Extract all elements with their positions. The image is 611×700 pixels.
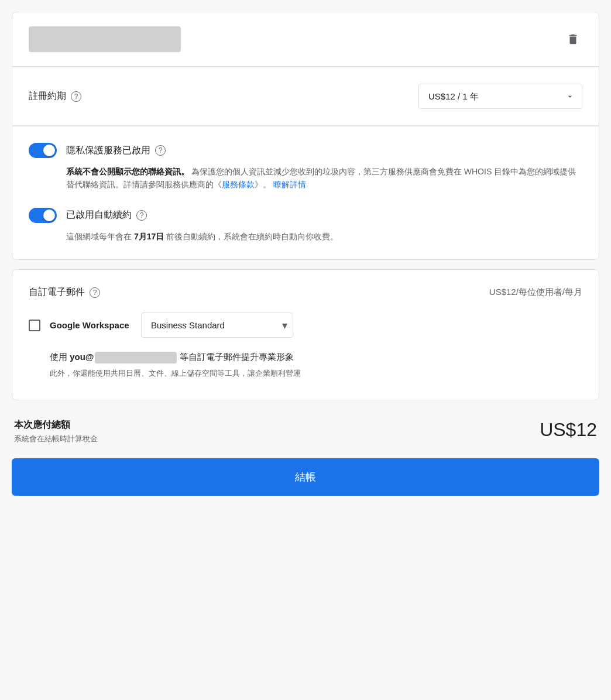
registration-title: 註冊約期 <box>29 90 66 102</box>
privacy-toggle-row: 隱私保護服務已啟用 ? <box>29 143 582 158</box>
email-price: US$12/每位使用者/每月 <box>489 287 582 298</box>
auto-renew-date: 7月17日 <box>134 232 164 241</box>
email-promo-main: 使用 you@ 等自訂電子郵件提升專業形象 <box>50 352 582 363</box>
auto-renew-help-icon[interactable]: ? <box>136 210 147 221</box>
workspace-plan-select[interactable]: Business Starter Business Standard Busin… <box>141 313 293 338</box>
email-option-row: Google Workspace Business Starter Busine… <box>29 313 582 338</box>
registration-label: 註冊約期 ? <box>29 90 81 102</box>
domain-placeholder <box>29 26 181 52</box>
privacy-slider <box>29 143 57 158</box>
email-title: 自訂電子郵件 ? <box>29 286 100 298</box>
workspace-label: Google Workspace <box>50 320 132 330</box>
privacy-terms-link[interactable]: 服務條款 <box>222 180 255 189</box>
total-sub-label: 系統會在結帳時計算稅金 <box>14 434 98 444</box>
email-promo-sub: 此外，你還能使用共用日曆、文件、線上儲存空間等工具，讓企業順利營運 <box>50 368 582 379</box>
privacy-description: 系統不會公開顯示您的聯絡資訊。 為保護您的個人資訊並減少您收到的垃圾內容，第三方… <box>66 165 582 191</box>
domain-card: 註冊約期 ? US$12 / 1 年 US$24 / 2 年 <box>12 12 599 260</box>
auto-renew-toggle[interactable] <box>29 208 57 223</box>
email-promo: 使用 you@ 等自訂電子郵件提升專業形象 此外，你還能使用共用日曆、文件、線上… <box>50 352 582 379</box>
privacy-help-icon[interactable]: ? <box>155 145 166 156</box>
privacy-strong: 系統不會公開顯示您的聯絡資訊。 <box>66 167 189 176</box>
auto-renew-description: 這個網域每年會在 7月17日 前後自動續約，系統會在續約時自動向你收費。 <box>66 230 582 243</box>
workspace-checkbox[interactable] <box>29 320 40 331</box>
delete-domain-button[interactable] <box>564 30 582 49</box>
total-label: 本次應付總額 <box>14 419 98 431</box>
registration-row: 註冊約期 ? US$12 / 1 年 US$24 / 2 年 <box>29 84 582 109</box>
workspace-select-wrapper: Business Starter Business Standard Busin… <box>141 313 293 338</box>
auto-renew-slider <box>29 208 57 223</box>
main-container: 註冊約期 ? US$12 / 1 年 US$24 / 2 年 <box>12 12 599 496</box>
custom-email-card: 自訂電子郵件 ? US$12/每位使用者/每月 Google Workspace… <box>12 269 599 400</box>
auto-renew-title: 已啟用自動續約 ? <box>66 209 147 221</box>
total-section: 本次應付總額 系統會在結帳時計算稅金 US$12 <box>12 414 599 458</box>
registration-section: 註冊約期 ? US$12 / 1 年 US$24 / 2 年 <box>12 67 599 125</box>
auto-renew-section: 已啟用自動續約 ? 這個網域每年會在 7月17日 前後自動續約，系統會在續約時自… <box>29 208 582 243</box>
total-label-group: 本次應付總額 系統會在結帳時計算稅金 <box>14 419 98 444</box>
privacy-learn-link[interactable]: 瞭解詳情 <box>273 180 306 189</box>
period-select-wrapper: US$12 / 1 年 US$24 / 2 年 <box>418 84 582 109</box>
privacy-section: 隱私保護服務已啟用 ? 系統不會公開顯示您的聯絡資訊。 為保護您的個人資訊並減少… <box>12 126 599 259</box>
email-you-at: you@ <box>70 352 94 362</box>
auto-renew-toggle-row: 已啟用自動續約 ? <box>29 208 582 223</box>
period-select[interactable]: US$12 / 1 年 US$24 / 2 年 <box>418 84 582 109</box>
email-header: 自訂電子郵件 ? US$12/每位使用者/每月 <box>29 286 582 298</box>
registration-help-icon[interactable]: ? <box>71 91 81 102</box>
privacy-toggle[interactable] <box>29 143 57 158</box>
email-domain-placeholder <box>95 352 177 363</box>
privacy-title: 隱私保護服務已啟用 ? <box>66 145 166 157</box>
checkout-button[interactable]: 結帳 <box>12 458 599 496</box>
total-amount: US$12 <box>540 419 597 441</box>
email-help-icon[interactable]: ? <box>90 287 100 298</box>
domain-section <box>12 12 599 66</box>
